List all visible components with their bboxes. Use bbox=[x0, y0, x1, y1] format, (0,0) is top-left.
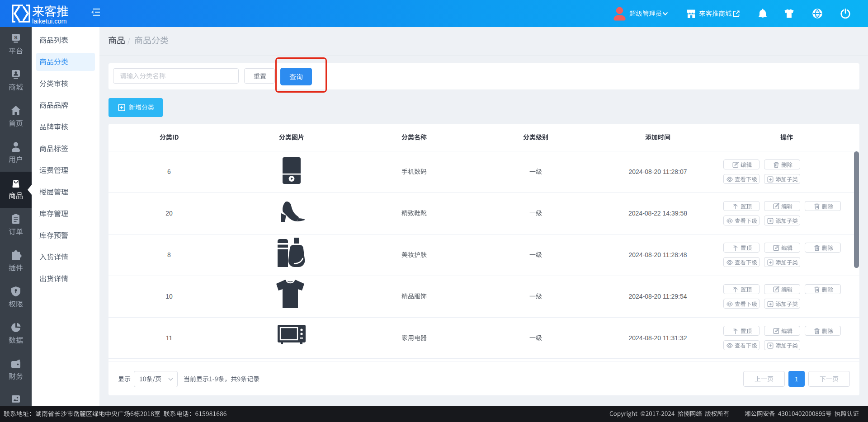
svg-text:S: S bbox=[14, 35, 17, 40]
